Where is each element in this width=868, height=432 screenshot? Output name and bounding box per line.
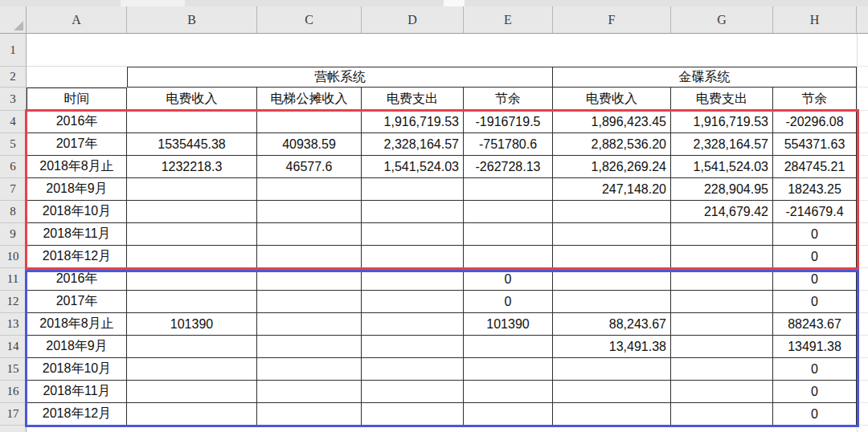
cell-G3-title[interactable]: 电费支出 bbox=[671, 88, 773, 111]
cell-F8[interactable] bbox=[553, 201, 671, 223]
cell-D17[interactable] bbox=[362, 403, 464, 426]
cell-F4[interactable]: 1,896,423.45 bbox=[553, 111, 671, 133]
cell-F15[interactable] bbox=[553, 358, 671, 381]
cell-A6[interactable]: 2018年8月止 bbox=[27, 156, 127, 178]
cell-C3-title[interactable]: 电梯公摊收入 bbox=[257, 88, 362, 111]
cell-D3-title[interactable]: 电费支出 bbox=[362, 88, 464, 111]
column-header-F[interactable]: F bbox=[553, 6, 671, 33]
cell-B17[interactable] bbox=[127, 403, 257, 426]
cell-H11[interactable]: 0 bbox=[773, 268, 857, 291]
cell-E7[interactable] bbox=[464, 178, 553, 201]
cell-G14[interactable] bbox=[671, 336, 773, 358]
cell-E12[interactable]: 0 bbox=[464, 291, 553, 313]
cell-A9[interactable]: 2018年11月 bbox=[27, 223, 127, 246]
cell-G12[interactable] bbox=[671, 291, 773, 313]
cell-A4[interactable]: 2016年 bbox=[27, 111, 127, 133]
cell-F14[interactable]: 13,491.38 bbox=[553, 336, 671, 358]
cell-D10[interactable] bbox=[362, 246, 464, 268]
cell-F5[interactable]: 2,882,536.20 bbox=[553, 133, 671, 156]
cell-C7[interactable] bbox=[257, 178, 362, 201]
column-header-H[interactable]: H bbox=[773, 6, 857, 33]
row-header-10[interactable]: 10 bbox=[0, 246, 27, 268]
cell-F6[interactable]: 1,826,269.24 bbox=[553, 156, 671, 178]
cell-A12[interactable]: 2017年 bbox=[27, 291, 127, 313]
cell-B12[interactable] bbox=[127, 291, 257, 313]
cell-D13[interactable] bbox=[362, 313, 464, 336]
cell-E13[interactable]: 101390 bbox=[464, 313, 553, 336]
cell-B13[interactable]: 101390 bbox=[127, 313, 257, 336]
row-header-8[interactable]: 8 bbox=[0, 201, 27, 223]
cell-B7[interactable] bbox=[127, 178, 257, 201]
cell-C14[interactable] bbox=[257, 336, 362, 358]
select-all-corner[interactable] bbox=[0, 6, 27, 33]
row-header-2[interactable]: 2 bbox=[0, 67, 27, 88]
row-header-14[interactable]: 14 bbox=[0, 336, 27, 358]
cell-E15[interactable] bbox=[464, 358, 553, 381]
cell-B6[interactable]: 1232218.3 bbox=[127, 156, 257, 178]
row-header-16[interactable]: 16 bbox=[0, 381, 27, 403]
cell-B3-title[interactable]: 电费收入 bbox=[127, 88, 257, 111]
cell-G6[interactable]: 1,541,524.03 bbox=[671, 156, 773, 178]
cell-H14[interactable]: 13491.38 bbox=[773, 336, 857, 358]
cell-B16[interactable] bbox=[127, 381, 257, 403]
cell-D7[interactable] bbox=[362, 178, 464, 201]
cell-H9[interactable]: 0 bbox=[773, 223, 857, 246]
cell-C13[interactable] bbox=[257, 313, 362, 336]
cell-C9[interactable] bbox=[257, 223, 362, 246]
row-header-13[interactable]: 13 bbox=[0, 313, 27, 336]
cell-A11[interactable]: 2016年 bbox=[27, 268, 127, 291]
cell-H8[interactable]: -214679.4 bbox=[773, 201, 857, 223]
column-header-D[interactable]: D bbox=[362, 6, 464, 33]
cell-H15[interactable]: 0 bbox=[773, 358, 857, 381]
row-header-5[interactable]: 5 bbox=[0, 133, 27, 156]
cell-C11[interactable] bbox=[257, 268, 362, 291]
cell-H4[interactable]: -20296.08 bbox=[773, 111, 857, 133]
cell-C12[interactable] bbox=[257, 291, 362, 313]
cell-D4[interactable]: 1,916,719.53 bbox=[362, 111, 464, 133]
cell-B11[interactable] bbox=[127, 268, 257, 291]
cell-A14[interactable]: 2018年9月 bbox=[27, 336, 127, 358]
cell-D6[interactable]: 1,541,524.03 bbox=[362, 156, 464, 178]
column-header-B[interactable]: B bbox=[127, 6, 257, 33]
row-header-3[interactable]: 3 bbox=[0, 88, 27, 111]
cell-G11[interactable] bbox=[671, 268, 773, 291]
cell-B14[interactable] bbox=[127, 336, 257, 358]
cell-F17[interactable] bbox=[553, 403, 671, 426]
group-header-jindie[interactable]: 金碟系统 bbox=[553, 67, 857, 88]
cell-F10[interactable] bbox=[553, 246, 671, 268]
cell-E4[interactable]: -1916719.5 bbox=[464, 111, 553, 133]
cell-D8[interactable] bbox=[362, 201, 464, 223]
cell-H6[interactable]: 284745.21 bbox=[773, 156, 857, 178]
cell-C10[interactable] bbox=[257, 246, 362, 268]
cell-D14[interactable] bbox=[362, 336, 464, 358]
cell-A8[interactable]: 2018年10月 bbox=[27, 201, 127, 223]
cell-C5[interactable]: 40938.59 bbox=[257, 133, 362, 156]
cell-H5[interactable]: 554371.63 bbox=[773, 133, 857, 156]
cell-C4[interactable] bbox=[257, 111, 362, 133]
cell-A2[interactable] bbox=[27, 67, 127, 88]
cell-E5[interactable]: -751780.6 bbox=[464, 133, 553, 156]
row-header-1[interactable]: 1 bbox=[0, 34, 27, 67]
cell-D12[interactable] bbox=[362, 291, 464, 313]
cell-F11[interactable] bbox=[553, 268, 671, 291]
cell-A16[interactable]: 2018年11月 bbox=[27, 381, 127, 403]
cell-F16[interactable] bbox=[553, 381, 671, 403]
cell-G16[interactable] bbox=[671, 381, 773, 403]
row-header-6[interactable]: 6 bbox=[0, 156, 27, 178]
cell-G5[interactable]: 2,328,164.57 bbox=[671, 133, 773, 156]
cell-H13[interactable]: 88243.67 bbox=[773, 313, 857, 336]
row-header-15[interactable]: 15 bbox=[0, 358, 27, 381]
cell-G7[interactable]: 228,904.95 bbox=[671, 178, 773, 201]
cell-B5[interactable]: 1535445.38 bbox=[127, 133, 257, 156]
cell-D5[interactable]: 2,328,164.57 bbox=[362, 133, 464, 156]
column-header-G[interactable]: G bbox=[671, 6, 773, 33]
cell-B4[interactable] bbox=[127, 111, 257, 133]
row-header-4[interactable]: 4 bbox=[0, 111, 27, 133]
cell-E8[interactable] bbox=[464, 201, 553, 223]
cell-E14[interactable] bbox=[464, 336, 553, 358]
cell-H3-title[interactable]: 节余 bbox=[773, 88, 857, 111]
cell-C15[interactable] bbox=[257, 358, 362, 381]
cell-E6[interactable]: -262728.13 bbox=[464, 156, 553, 178]
cell-A15[interactable]: 2018年10月 bbox=[27, 358, 127, 381]
cell-A10[interactable]: 2018年12月 bbox=[27, 246, 127, 268]
